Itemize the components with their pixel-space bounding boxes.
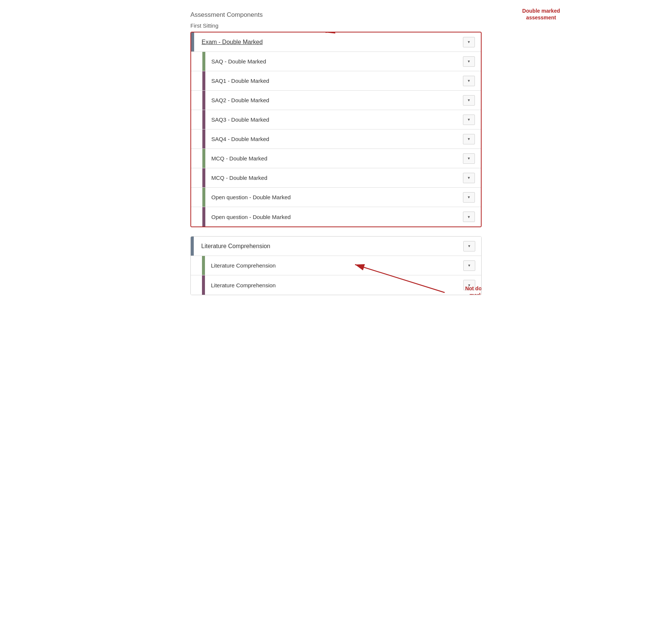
sidebar-purple-saq2 xyxy=(202,91,205,110)
dropdown-btn-lit-comp-main[interactable]: ▾ xyxy=(463,241,475,251)
row-saq: SAQ - Double Marked ▾ xyxy=(191,52,481,71)
annotation-not-double-marked: Not doublemarked xyxy=(465,285,482,295)
section-label: First Sitting xyxy=(190,22,482,29)
sidebar-purple-saq1 xyxy=(202,71,205,90)
sidebar-purple-open2 xyxy=(202,207,205,226)
annotation-double-marked: Double markedassessment xyxy=(522,7,560,21)
sidebar-green-lit1 xyxy=(202,256,205,275)
sidebar-purple-saq4 xyxy=(202,129,205,149)
sidebar-purple-lit2 xyxy=(202,275,205,295)
sidebar-green-saq xyxy=(202,52,205,71)
second-box: Not doublemarked Literature Comprehensio… xyxy=(190,236,482,295)
dropdown-btn-saq3[interactable]: ▾ xyxy=(463,115,475,125)
row-label-saq4: SAQ4 - Double Marked xyxy=(205,131,463,147)
row-mcq1: MCQ - Double Marked ▾ xyxy=(191,149,481,168)
dropdown-btn-mcq2[interactable]: ▾ xyxy=(463,173,475,183)
dropdown-btn-lit-comp-1[interactable]: ▾ xyxy=(463,260,475,271)
row-open2: Open question - Double Marked ▾ xyxy=(191,207,481,226)
row-label-open1: Open question - Double Marked xyxy=(205,190,463,205)
first-sitting-box: Exam - Double Marked ▾ SAQ - Double Mark… xyxy=(190,32,482,227)
row-lit-comp-1: Literature Comprehension ▾ xyxy=(191,256,481,275)
row-label-saq3: SAQ3 - Double Marked xyxy=(205,112,463,127)
row-saq2: SAQ2 - Double Marked ▾ xyxy=(191,91,481,110)
dropdown-btn-saq[interactable]: ▾ xyxy=(463,56,475,67)
dropdown-btn-exam[interactable]: ▾ xyxy=(463,37,475,47)
row-open1: Open question - Double Marked ▾ xyxy=(191,188,481,207)
row-saq3: SAQ3 - Double Marked ▾ xyxy=(191,110,481,129)
sidebar-gray-lit xyxy=(191,237,194,256)
row-label-lit-comp-main: Literature Comprehension xyxy=(194,238,463,255)
dropdown-btn-saq1[interactable]: ▾ xyxy=(463,76,475,86)
row-label-open2: Open question - Double Marked xyxy=(205,209,463,225)
page-title: Assessment Components xyxy=(190,11,482,19)
sidebar-green-mcq1 xyxy=(202,149,205,168)
sidebar-purple-mcq2 xyxy=(202,168,205,187)
row-exam-double-marked: Exam - Double Marked ▾ xyxy=(191,32,481,52)
dropdown-btn-saq2[interactable]: ▾ xyxy=(463,95,475,106)
dropdown-btn-open2[interactable]: ▾ xyxy=(463,212,475,222)
row-label-saq2: SAQ2 - Double Marked xyxy=(205,93,463,108)
row-label-lit-comp-2: Literature Comprehension xyxy=(205,278,463,293)
row-saq1: SAQ1 - Double Marked ▾ xyxy=(191,71,481,91)
row-lit-comp-main: Literature Comprehension ▾ xyxy=(191,237,481,256)
row-label-lit-comp-1: Literature Comprehension xyxy=(205,258,463,273)
row-label-saq: SAQ - Double Marked xyxy=(205,54,463,69)
dropdown-btn-saq4[interactable]: ▾ xyxy=(463,134,475,144)
sidebar-purple-saq3 xyxy=(202,110,205,129)
row-mcq2: MCQ - Double Marked ▾ xyxy=(191,168,481,188)
sidebar-green-open1 xyxy=(202,188,205,207)
dropdown-btn-open1[interactable]: ▾ xyxy=(463,192,475,203)
row-label-saq1: SAQ1 - Double Marked xyxy=(205,73,463,88)
sidebar-gray xyxy=(191,32,194,51)
dropdown-btn-mcq1[interactable]: ▾ xyxy=(463,153,475,164)
row-lit-comp-2: Literature Comprehension ▾ xyxy=(191,275,481,295)
row-saq4: SAQ4 - Double Marked ▾ xyxy=(191,129,481,149)
row-label-mcq2: MCQ - Double Marked xyxy=(205,170,463,185)
row-label-mcq1: MCQ - Double Marked xyxy=(205,151,463,166)
row-label-exam: Exam - Double Marked xyxy=(194,34,463,51)
